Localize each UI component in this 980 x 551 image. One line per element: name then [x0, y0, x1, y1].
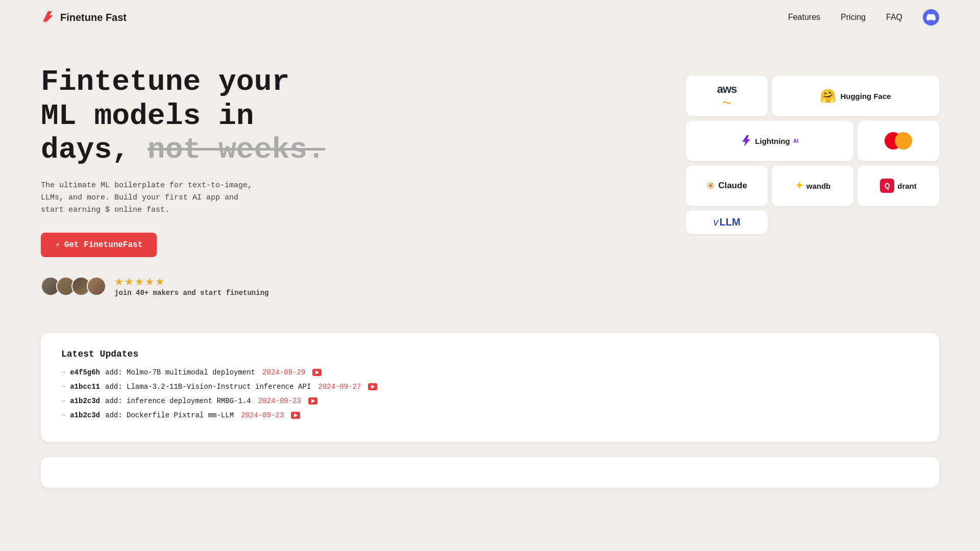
video-icon[interactable]: [312, 369, 322, 376]
mc-orange-circle: [895, 132, 912, 149]
update-message: add: Molmo-7B multimodal deployment: [105, 368, 255, 377]
logo-grid: aws 〜 🤗 Hugging Face Lightning AI: [686, 76, 939, 234]
logo-aws: aws 〜: [686, 76, 768, 116]
nav-pricing[interactable]: Pricing: [841, 13, 866, 22]
discord-icon: [926, 13, 936, 22]
avatar-stack: [41, 277, 106, 296]
logo-vllm: v LLM: [686, 210, 768, 234]
hero-subtitle: The ultimate ML boilerplate for text-to-…: [41, 180, 260, 216]
update-item: →a1bcc11add: Llama-3.2-11B-Vision-Instru…: [61, 383, 919, 391]
logo-claude: ✳ Claude: [686, 165, 768, 206]
update-message: add: Dockerfile Pixtral mm-LLM: [105, 411, 234, 419]
logo-mastercard: [857, 120, 939, 161]
update-arrow-icon: →: [61, 369, 65, 376]
lightning-ai-icon: [741, 135, 752, 147]
bottom-section: [41, 457, 939, 488]
cta-label: Get FinetuneFast: [64, 240, 143, 249]
nav-links: Features Pricing FAQ: [788, 9, 939, 26]
stars-text: ★★★★★ join 40+ makers and start finetuni…: [114, 276, 268, 297]
discord-button[interactable]: [923, 9, 939, 26]
avatar: [87, 277, 106, 296]
update-message: add: Llama-3.2-11B-Vision-Instruct infer…: [105, 383, 311, 391]
hero-content: Fintetune your ML models in days, not we…: [41, 65, 325, 297]
cta-button[interactable]: ⚡ Get FinetuneFast: [41, 233, 157, 257]
video-icon[interactable]: [291, 412, 300, 419]
navbar: Finetune Fast Features Pricing FAQ: [0, 0, 980, 35]
hero-section: Fintetune your ML models in days, not we…: [0, 35, 980, 317]
nav-faq[interactable]: FAQ: [886, 13, 902, 22]
update-date: 2024-09-27: [318, 383, 361, 391]
update-message: add: inference deployment RMBG-1.4: [105, 397, 251, 405]
logo-qdrant: Q drant: [857, 165, 939, 206]
update-item: →a1b2c3dadd: Dockerfile Pixtral mm-LLM20…: [61, 411, 919, 419]
logo-link[interactable]: Finetune Fast: [41, 10, 127, 24]
update-date: 2024-09-23: [258, 397, 301, 405]
update-date: 2024-09-23: [241, 411, 284, 419]
logo-text: Finetune Fast: [60, 12, 127, 23]
updates-title: Latest Updates: [61, 349, 919, 359]
update-arrow-icon: →: [61, 383, 65, 390]
svg-marker-1: [742, 135, 750, 146]
logo-wandb: ✦ wandb: [772, 165, 853, 206]
updates-section: Latest Updates →e4f5g6hadd: Molmo-7B mul…: [41, 333, 939, 442]
update-item: →e4f5g6hadd: Molmo-7B multimodal deploym…: [61, 368, 919, 377]
update-commit: a1bcc11: [70, 383, 100, 391]
social-caption: join 40+ makers and start finetuning: [114, 289, 268, 297]
update-date: 2024-09-29: [262, 368, 305, 377]
social-proof: ★★★★★ join 40+ makers and start finetuni…: [41, 276, 325, 297]
video-icon[interactable]: [308, 397, 317, 405]
update-item: →a1b2c3dadd: inference deployment RMBG-1…: [61, 397, 919, 405]
update-commit: e4f5g6h: [70, 368, 100, 377]
video-icon[interactable]: [368, 383, 377, 390]
bolt-icon: ⚡: [55, 240, 60, 250]
update-arrow-icon: →: [61, 412, 65, 419]
hero-title: Fintetune your ML models in days, not we…: [41, 65, 325, 167]
update-commit: a1b2c3d: [70, 411, 100, 419]
partner-logos: aws 〜 🤗 Hugging Face Lightning AI: [686, 76, 939, 234]
logo-icon: [41, 10, 55, 24]
nav-features[interactable]: Features: [788, 13, 820, 22]
logo-huggingface: 🤗 Hugging Face: [772, 76, 939, 116]
updates-list: →e4f5g6hadd: Molmo-7B multimodal deploym…: [61, 368, 919, 419]
logo-lightning: Lightning AI: [686, 120, 853, 161]
update-arrow-icon: →: [61, 397, 65, 405]
update-commit: a1b2c3d: [70, 397, 100, 405]
svg-marker-0: [43, 11, 53, 23]
star-rating: ★★★★★: [114, 276, 268, 288]
